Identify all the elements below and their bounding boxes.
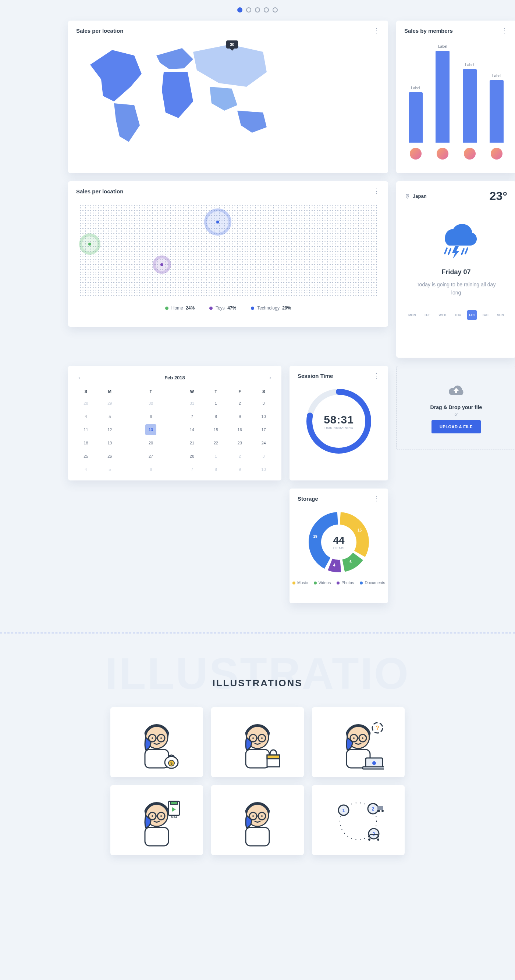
day-cell[interactable]: 9 [228, 410, 252, 423]
svg-line-2 [448, 249, 451, 255]
day-cell[interactable]: 1 [204, 397, 228, 410]
dow: T [122, 387, 180, 397]
day-cell[interactable]: 28 [180, 450, 204, 463]
illustration-card[interactable] [211, 707, 304, 777]
segment-label: 19 [313, 535, 317, 539]
dow: S [252, 387, 276, 397]
day-cell[interactable]: 16 [228, 423, 252, 436]
day-cell[interactable]: 14 [180, 423, 204, 436]
bg-title: ILLUSTRATIO [0, 648, 515, 699]
calendar-card: ‹ Feb 2018 › SMTWTFS28293031123456789101… [68, 366, 281, 480]
more-icon[interactable]: ⋮ [373, 188, 380, 194]
pager[interactable] [68, 7, 447, 13]
day-cell[interactable]: 24 [252, 436, 276, 450]
section-divider [0, 633, 515, 633]
map-marker[interactable] [153, 256, 171, 274]
day-cell[interactable]: 4 [74, 463, 98, 476]
more-icon[interactable]: ⋮ [373, 495, 380, 502]
day-cell[interactable]: 1 [204, 450, 228, 463]
day-cell[interactable]: 18 [74, 436, 98, 450]
day-cell[interactable]: 22 [204, 436, 228, 450]
day-cell[interactable]: 9 [228, 463, 252, 476]
svg-point-36 [362, 737, 364, 739]
map-marker[interactable] [204, 208, 231, 235]
day-cell[interactable]: 13 [122, 423, 180, 436]
day-cell[interactable]: 7 [180, 410, 204, 423]
legend-item: Home 24% [165, 305, 195, 310]
day-cell[interactable]: 28 [74, 397, 98, 410]
pager-dot[interactable] [246, 7, 251, 13]
day-cell[interactable]: 2 [228, 450, 252, 463]
day-cell[interactable]: 6 [122, 410, 180, 423]
next-month-icon[interactable]: › [268, 373, 273, 382]
day-cell[interactable]: 29 [98, 397, 122, 410]
illustration-card[interactable]: ? [312, 707, 405, 777]
day-cell[interactable]: 21 [180, 436, 204, 450]
day-cell[interactable]: 3 [252, 450, 276, 463]
day-tab[interactable]: SAT [480, 310, 491, 320]
svg-line-3 [462, 249, 464, 255]
illustration-card[interactable]: MP4 [110, 785, 203, 855]
day-tab[interactable]: SUN [495, 310, 506, 320]
upload-button[interactable]: UPLOAD A FILE [432, 420, 481, 433]
illustration-card[interactable]: 1 2 3 [312, 785, 405, 855]
avatar[interactable] [464, 148, 476, 159]
pager-dot[interactable] [255, 7, 260, 13]
day-cell[interactable]: 6 [122, 463, 180, 476]
calendar-month: Feb 2018 [164, 375, 185, 380]
legend-item: Toys 47% [209, 305, 236, 310]
bar-label: Label [492, 74, 501, 78]
day-cell[interactable]: 11 [74, 423, 98, 436]
day-tab[interactable]: WED [436, 310, 448, 320]
avatar[interactable] [437, 148, 448, 159]
day-cell[interactable]: 8 [204, 410, 228, 423]
day-cell[interactable]: 4 [74, 410, 98, 423]
day-cell[interactable]: 17 [252, 423, 276, 436]
legend-item: Photos [336, 581, 354, 585]
day-cell[interactable]: 23 [228, 436, 252, 450]
day-cell[interactable]: 2 [228, 397, 252, 410]
weather-location: Japan [405, 193, 427, 199]
storm-icon [396, 203, 515, 268]
more-icon[interactable]: ⋮ [501, 27, 508, 34]
more-icon[interactable]: ⋮ [373, 372, 380, 379]
day-cell[interactable]: 31 [180, 397, 204, 410]
svg-point-27 [261, 737, 263, 739]
day-tab[interactable]: TUE [422, 310, 433, 320]
day-cell[interactable]: 5 [98, 463, 122, 476]
session-time: 58:31 [324, 414, 354, 426]
dow: W [180, 387, 204, 397]
illustration-card[interactable] [211, 785, 304, 855]
day-cell[interactable]: 26 [98, 450, 122, 463]
day-cell[interactable]: 10 [252, 410, 276, 423]
upload-card[interactable]: Drag & Drop your file or UPLOAD A FILE [396, 366, 515, 450]
illustration-card[interactable]: $ [110, 707, 203, 777]
svg-point-71 [377, 838, 379, 841]
day-cell[interactable]: 3 [252, 397, 276, 410]
day-cell[interactable]: 8 [204, 463, 228, 476]
more-icon[interactable]: ⋮ [373, 27, 380, 34]
day-tab[interactable]: FRI [467, 310, 477, 320]
day-cell[interactable]: 25 [74, 450, 98, 463]
pager-dot[interactable] [273, 7, 278, 13]
map-marker[interactable] [79, 234, 100, 255]
day-cell[interactable]: 7 [180, 463, 204, 476]
pager-dot[interactable] [264, 7, 269, 13]
day-cell[interactable]: 30 [122, 397, 180, 410]
day-cell[interactable]: 27 [122, 450, 180, 463]
day-tab[interactable]: MON [406, 310, 418, 320]
day-cell[interactable]: 20 [122, 436, 180, 450]
day-cell[interactable]: 19 [98, 436, 122, 450]
storage-card: Storage ⋮ 44 ITEMS 156419 MusicVideosPho… [290, 488, 388, 603]
avatar[interactable] [410, 148, 422, 159]
day-cell[interactable]: 15 [204, 423, 228, 436]
prev-month-icon[interactable]: ‹ [77, 373, 82, 382]
day-cell[interactable]: 5 [98, 410, 122, 423]
day-cell[interactable]: 12 [98, 423, 122, 436]
avatar[interactable] [491, 148, 502, 159]
pager-dot[interactable] [237, 7, 242, 13]
day-tab[interactable]: THU [452, 310, 464, 320]
svg-rect-38 [363, 767, 384, 769]
storage-label: ITEMS [333, 546, 345, 550]
day-cell[interactable]: 10 [252, 463, 276, 476]
